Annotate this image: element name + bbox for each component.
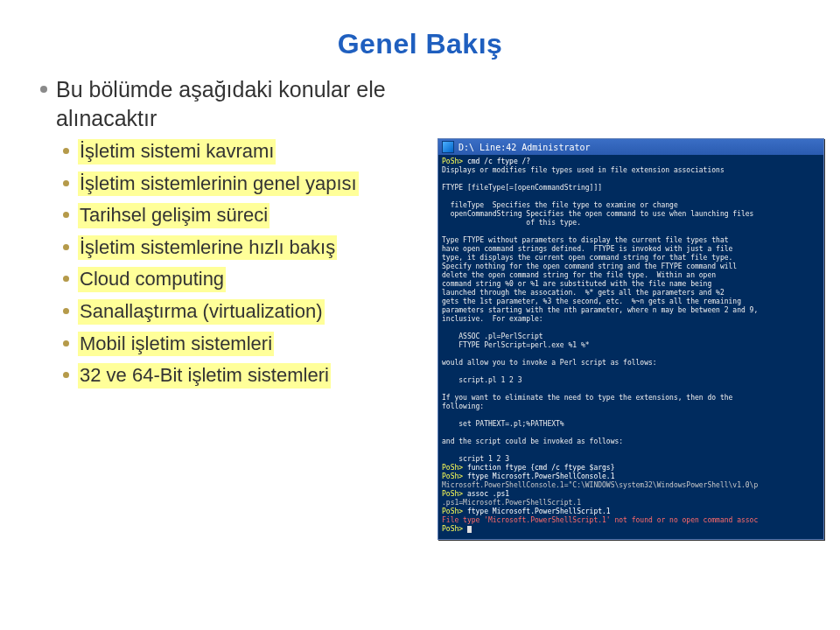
console-titlebar: D:\ Line:42 Administrator <box>438 139 823 155</box>
output-line: parameters starting with the nth paramet… <box>442 306 758 314</box>
bullet-l2: Tarihsel gelişim süreci <box>63 203 416 228</box>
output-line: script 1 2 3 <box>442 455 509 463</box>
bullet-text: İşletim sistemlerinin genel yapısı <box>78 172 359 197</box>
console-window: D:\ Line:42 Administrator PoSh> cmd /c f… <box>438 138 824 540</box>
bullet-l2: İşletim sistemlerinin genel yapısı <box>63 172 416 197</box>
bullet-dot-icon <box>63 308 69 314</box>
prompt: PoSh> <box>442 525 463 533</box>
prompt: PoSh> <box>442 508 463 515</box>
console-body: PoSh> cmd /c ftype /? Displays or modifi… <box>438 155 823 539</box>
prompt: PoSh> <box>442 472 463 480</box>
output-line: of this type. <box>442 219 581 227</box>
slide: Genel Bakış Bu bölümde aşağıdaki konular… <box>0 0 840 630</box>
bullet-dot-icon <box>63 244 69 250</box>
cmd-line: ftype Microsoft.PowerShellConsole.1 <box>467 472 615 480</box>
output-line: type, it displays the current open comma… <box>442 254 732 262</box>
bullet-text: Cloud computing <box>78 267 226 292</box>
cmd-line: cmd /c ftype /? <box>467 158 530 165</box>
output-line: following: <box>442 402 484 410</box>
bullet-l2: 32 ve 64-Bit işletim sistemleri <box>63 363 416 388</box>
bullet-l2: Mobil işletim sistemleri <box>63 332 416 357</box>
bullet-text: 32 ve 64-Bit işletim sistemleri <box>78 363 331 388</box>
bullet-text: Bu bölümde aşağıdaki konular ele alınaca… <box>56 75 416 132</box>
output-line: Displays or modifies file types used in … <box>442 166 724 174</box>
prompt: PoSh> <box>442 464 463 472</box>
prompt: PoSh> <box>442 158 463 165</box>
output-line: set PATHEXT=.pl;%PATHEXT% <box>442 420 564 428</box>
bullet-l2: Sanallaştırma (virtualization) <box>63 299 416 325</box>
prompt: PoSh> <box>442 490 463 498</box>
output-line: openCommandString Specifies the open com… <box>442 210 753 218</box>
output-line: would allow you to invoke a Perl script … <box>442 359 657 367</box>
output-line: Type FTYPE without parameters to display… <box>442 236 729 244</box>
output-line: script.pl 1 2 3 <box>442 376 522 384</box>
bullet-l2: İşletim sistemlerine hızlı bakış <box>63 235 416 261</box>
cmd-line: function ftype {cmd /c ftype $args} <box>467 464 615 472</box>
console-title: D:\ Line:42 Administrator <box>458 143 591 152</box>
bullet-dot-icon <box>40 86 47 93</box>
output-line: FTYPE PerlScript=perl.exe %1 %* <box>442 341 590 349</box>
powershell-icon <box>442 141 454 153</box>
output-line: delete the open command string for the f… <box>442 271 716 279</box>
bullet-l1: Bu bölümde aşağıdaki konular ele alınaca… <box>40 75 416 132</box>
bullet-dot-icon <box>63 180 69 186</box>
bullet-l2: Cloud computing <box>63 267 416 292</box>
bullet-list: Bu bölümde aşağıdaki konular ele alınaca… <box>40 70 416 396</box>
output-line: launched through the assocation. %* gets… <box>442 289 724 297</box>
output-line: fileType Specifies the file type to exam… <box>442 201 678 209</box>
output-line: have open command strings defined. FTYPE… <box>442 245 732 253</box>
bullet-text: Mobil işletim sistemleri <box>78 332 274 357</box>
output-line: inclusive. For example: <box>442 315 543 323</box>
cursor-icon <box>467 526 472 533</box>
bullet-dot-icon <box>63 212 69 218</box>
slide-title: Genel Bakış <box>0 28 840 60</box>
bullet-text: Sanallaştırma (virtualization) <box>78 299 325 325</box>
output-line: Specify nothing for the open command str… <box>442 262 737 270</box>
bullet-dot-icon <box>63 148 69 154</box>
output-line: .ps1=Microsoft.PowerShellScript.1 <box>442 499 581 507</box>
output-line: command string %0 or %1 are substituted … <box>442 280 711 288</box>
error-line: File type 'Microsoft.PowerShellScript.1'… <box>442 516 758 524</box>
cmd-line: assoc .ps1 <box>467 490 509 498</box>
output-line: gets the 1st parameter, %3 the second, e… <box>442 298 741 305</box>
cmd-line: ftype Microsoft.PowerShellScript.1 <box>467 508 611 515</box>
bullet-dot-icon <box>63 340 69 346</box>
bullet-text: Tarihsel gelişim süreci <box>78 203 270 228</box>
output-line: ASSOC .pl=PerlScript <box>442 332 543 340</box>
bullet-dot-icon <box>63 276 69 282</box>
output-line: and the script could be invoked as follo… <box>442 438 623 445</box>
output-line: Microsoft.PowerShellConsole.1="C:\WINDOW… <box>442 481 758 489</box>
output-line: If you want to eliminate the need to typ… <box>442 394 732 402</box>
bullet-dot-icon <box>63 372 69 378</box>
bullet-text: İşletim sistemi kavramı <box>78 139 276 164</box>
output-line: FTYPE [fileType[=[openCommandString]]] <box>442 184 602 192</box>
bullet-text: İşletim sistemlerine hızlı bakış <box>78 235 337 261</box>
bullet-l2: İşletim sistemi kavramı <box>63 139 416 164</box>
